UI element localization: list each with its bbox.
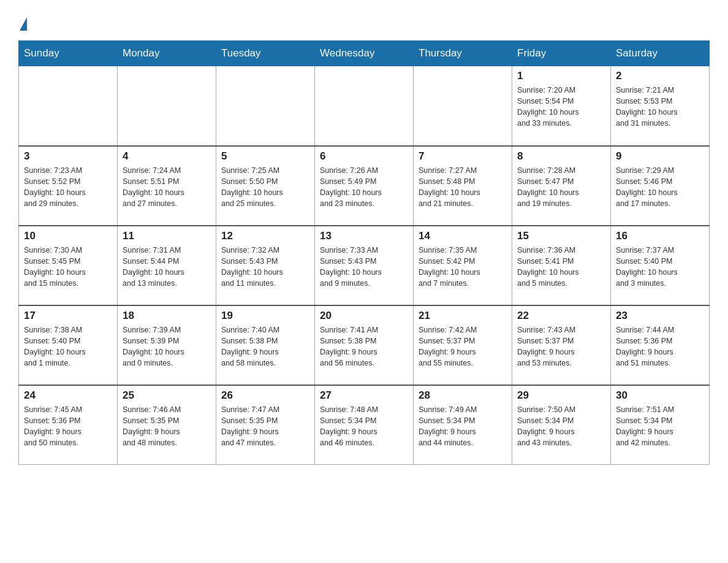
day-number: 2 <box>616 70 704 82</box>
weekday-header-thursday: Thursday <box>414 41 512 66</box>
calendar-cell <box>118 66 216 146</box>
day-info: Sunrise: 7:28 AM Sunset: 5:47 PM Dayligh… <box>517 165 605 210</box>
logo-triangle-icon <box>20 17 27 31</box>
day-number: 16 <box>616 230 704 242</box>
day-number: 27 <box>320 389 408 402</box>
day-number: 5 <box>221 150 309 163</box>
day-info: Sunrise: 7:30 AM Sunset: 5:45 PM Dayligh… <box>24 245 112 289</box>
day-info: Sunrise: 7:50 AM Sunset: 5:34 PM Dayligh… <box>517 404 605 449</box>
page-header <box>18 12 710 31</box>
calendar-cell: 17Sunrise: 7:38 AM Sunset: 5:40 PM Dayli… <box>19 305 118 385</box>
day-number: 18 <box>123 310 211 322</box>
day-number: 13 <box>320 230 408 242</box>
day-info: Sunrise: 7:27 AM Sunset: 5:48 PM Dayligh… <box>419 165 507 210</box>
calendar-cell: 13Sunrise: 7:33 AM Sunset: 5:43 PM Dayli… <box>315 226 414 305</box>
day-info: Sunrise: 7:29 AM Sunset: 5:46 PM Dayligh… <box>616 165 704 210</box>
day-info: Sunrise: 7:23 AM Sunset: 5:52 PM Dayligh… <box>24 165 112 210</box>
calendar-cell: 27Sunrise: 7:48 AM Sunset: 5:34 PM Dayli… <box>315 385 414 465</box>
day-info: Sunrise: 7:40 AM Sunset: 5:38 PM Dayligh… <box>221 324 309 369</box>
calendar-cell: 29Sunrise: 7:50 AM Sunset: 5:34 PM Dayli… <box>512 385 611 465</box>
day-info: Sunrise: 7:45 AM Sunset: 5:36 PM Dayligh… <box>24 404 112 449</box>
calendar-cell: 3Sunrise: 7:23 AM Sunset: 5:52 PM Daylig… <box>19 146 118 226</box>
day-number: 21 <box>419 310 507 322</box>
day-info: Sunrise: 7:24 AM Sunset: 5:51 PM Dayligh… <box>123 165 211 210</box>
day-number: 22 <box>517 310 605 322</box>
calendar-cell: 21Sunrise: 7:42 AM Sunset: 5:37 PM Dayli… <box>414 305 512 385</box>
calendar-cell: 4Sunrise: 7:24 AM Sunset: 5:51 PM Daylig… <box>118 146 216 226</box>
day-info: Sunrise: 7:46 AM Sunset: 5:35 PM Dayligh… <box>123 404 211 449</box>
calendar-cell <box>216 66 315 146</box>
calendar-cell: 1Sunrise: 7:20 AM Sunset: 5:54 PM Daylig… <box>512 66 611 146</box>
day-info: Sunrise: 7:32 AM Sunset: 5:43 PM Dayligh… <box>221 245 309 289</box>
day-info: Sunrise: 7:51 AM Sunset: 5:34 PM Dayligh… <box>616 404 704 449</box>
day-number: 19 <box>221 310 309 322</box>
calendar-cell: 16Sunrise: 7:37 AM Sunset: 5:40 PM Dayli… <box>611 226 710 305</box>
weekday-header-saturday: Saturday <box>611 41 710 66</box>
day-number: 4 <box>123 150 211 163</box>
calendar-table: SundayMondayTuesdayWednesdayThursdayFrid… <box>18 40 710 465</box>
day-info: Sunrise: 7:38 AM Sunset: 5:40 PM Dayligh… <box>24 324 112 369</box>
day-number: 3 <box>24 150 112 163</box>
weekday-header-sunday: Sunday <box>19 41 118 66</box>
day-info: Sunrise: 7:41 AM Sunset: 5:38 PM Dayligh… <box>320 324 408 369</box>
day-info: Sunrise: 7:44 AM Sunset: 5:36 PM Dayligh… <box>616 324 704 369</box>
weekday-header-wednesday: Wednesday <box>315 41 414 66</box>
calendar-cell: 7Sunrise: 7:27 AM Sunset: 5:48 PM Daylig… <box>414 146 512 226</box>
day-info: Sunrise: 7:48 AM Sunset: 5:34 PM Dayligh… <box>320 404 408 449</box>
day-info: Sunrise: 7:42 AM Sunset: 5:37 PM Dayligh… <box>419 324 507 369</box>
calendar-cell: 26Sunrise: 7:47 AM Sunset: 5:35 PM Dayli… <box>216 385 315 465</box>
calendar-cell: 5Sunrise: 7:25 AM Sunset: 5:50 PM Daylig… <box>216 146 315 226</box>
day-info: Sunrise: 7:25 AM Sunset: 5:50 PM Dayligh… <box>221 165 309 210</box>
day-number: 7 <box>419 150 507 163</box>
calendar-cell: 6Sunrise: 7:26 AM Sunset: 5:49 PM Daylig… <box>315 146 414 226</box>
day-number: 12 <box>221 230 309 242</box>
weekday-header-tuesday: Tuesday <box>216 41 315 66</box>
calendar-cell <box>414 66 512 146</box>
weekday-header-friday: Friday <box>512 41 611 66</box>
calendar-cell: 20Sunrise: 7:41 AM Sunset: 5:38 PM Dayli… <box>315 305 414 385</box>
day-info: Sunrise: 7:49 AM Sunset: 5:34 PM Dayligh… <box>419 404 507 449</box>
calendar-week-row-2: 3Sunrise: 7:23 AM Sunset: 5:52 PM Daylig… <box>19 146 710 226</box>
calendar-cell: 23Sunrise: 7:44 AM Sunset: 5:36 PM Dayli… <box>611 305 710 385</box>
calendar-week-row-3: 10Sunrise: 7:30 AM Sunset: 5:45 PM Dayli… <box>19 226 710 305</box>
day-number: 30 <box>616 389 704 402</box>
day-number: 20 <box>320 310 408 322</box>
calendar-cell <box>315 66 414 146</box>
day-info: Sunrise: 7:36 AM Sunset: 5:41 PM Dayligh… <box>517 245 605 289</box>
calendar-week-row-4: 17Sunrise: 7:38 AM Sunset: 5:40 PM Dayli… <box>19 305 710 385</box>
day-info: Sunrise: 7:37 AM Sunset: 5:40 PM Dayligh… <box>616 245 704 289</box>
day-info: Sunrise: 7:26 AM Sunset: 5:49 PM Dayligh… <box>320 165 408 210</box>
day-info: Sunrise: 7:35 AM Sunset: 5:42 PM Dayligh… <box>419 245 507 289</box>
day-info: Sunrise: 7:20 AM Sunset: 5:54 PM Dayligh… <box>517 85 605 129</box>
day-info: Sunrise: 7:33 AM Sunset: 5:43 PM Dayligh… <box>320 245 408 289</box>
calendar-cell: 19Sunrise: 7:40 AM Sunset: 5:38 PM Dayli… <box>216 305 315 385</box>
day-number: 26 <box>221 389 309 402</box>
day-info: Sunrise: 7:21 AM Sunset: 5:53 PM Dayligh… <box>616 85 704 129</box>
calendar-week-row-5: 24Sunrise: 7:45 AM Sunset: 5:36 PM Dayli… <box>19 385 710 465</box>
day-number: 24 <box>24 389 112 402</box>
day-number: 15 <box>517 230 605 242</box>
calendar-cell <box>19 66 118 146</box>
day-info: Sunrise: 7:47 AM Sunset: 5:35 PM Dayligh… <box>221 404 309 449</box>
weekday-header-row: SundayMondayTuesdayWednesdayThursdayFrid… <box>19 41 710 66</box>
calendar-cell: 25Sunrise: 7:46 AM Sunset: 5:35 PM Dayli… <box>118 385 216 465</box>
calendar-cell: 14Sunrise: 7:35 AM Sunset: 5:42 PM Dayli… <box>414 226 512 305</box>
calendar-cell: 18Sunrise: 7:39 AM Sunset: 5:39 PM Dayli… <box>118 305 216 385</box>
day-info: Sunrise: 7:43 AM Sunset: 5:37 PM Dayligh… <box>517 324 605 369</box>
day-number: 9 <box>616 150 704 163</box>
day-number: 29 <box>517 389 605 402</box>
logo <box>18 17 27 31</box>
calendar-cell: 9Sunrise: 7:29 AM Sunset: 5:46 PM Daylig… <box>611 146 710 226</box>
calendar-cell: 10Sunrise: 7:30 AM Sunset: 5:45 PM Dayli… <box>19 226 118 305</box>
calendar-cell: 12Sunrise: 7:32 AM Sunset: 5:43 PM Dayli… <box>216 226 315 305</box>
calendar-cell: 22Sunrise: 7:43 AM Sunset: 5:37 PM Dayli… <box>512 305 611 385</box>
day-number: 11 <box>123 230 211 242</box>
calendar-cell: 11Sunrise: 7:31 AM Sunset: 5:44 PM Dayli… <box>118 226 216 305</box>
day-number: 6 <box>320 150 408 163</box>
day-number: 1 <box>517 70 605 82</box>
calendar-cell: 15Sunrise: 7:36 AM Sunset: 5:41 PM Dayli… <box>512 226 611 305</box>
day-number: 25 <box>123 389 211 402</box>
weekday-header-monday: Monday <box>118 41 216 66</box>
day-number: 10 <box>24 230 112 242</box>
day-number: 28 <box>419 389 507 402</box>
